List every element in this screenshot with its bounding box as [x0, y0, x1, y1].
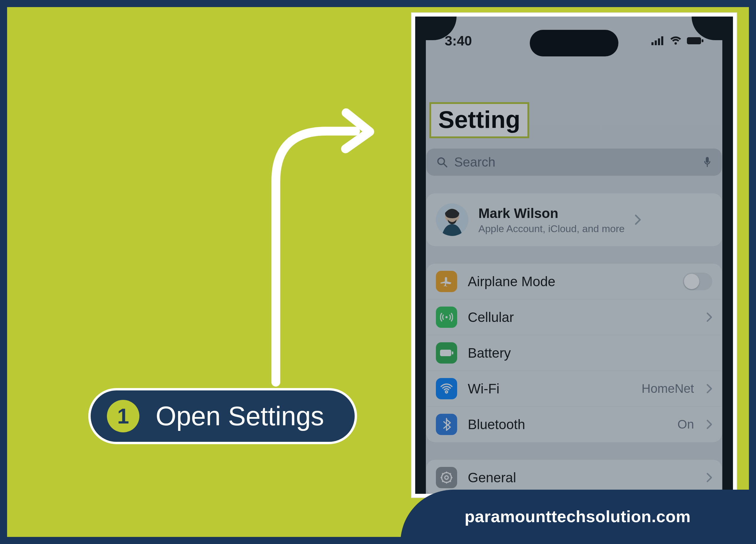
settings-row[interactable]: General — [426, 460, 722, 494]
wifi-icon — [436, 378, 457, 399]
chevron-right-icon — [635, 214, 641, 225]
row-label: Airplane Mode — [468, 273, 672, 289]
profile-text: Mark Wilson Apple Account, iCloud, and m… — [478, 205, 625, 234]
mic-icon[interactable] — [703, 156, 712, 168]
svg-rect-14 — [452, 351, 453, 354]
status-icons — [651, 33, 703, 49]
phone-bezel — [722, 17, 733, 494]
phone-screenshot-container: 3:40 Setting Search — [412, 13, 737, 497]
infographic-frame: 1 Open Settings 3:40 Setting — [0, 0, 756, 544]
row-label: Bluetooth — [468, 416, 667, 432]
settings-screen: Setting Search — [426, 64, 722, 494]
settings-group-general: General — [426, 460, 722, 494]
phone-bezel — [415, 17, 426, 494]
status-bar: 3:40 — [415, 33, 733, 49]
svg-line-24 — [450, 473, 451, 474]
svg-rect-13 — [440, 350, 451, 356]
svg-rect-1 — [655, 40, 657, 45]
row-value: On — [677, 417, 696, 431]
battery-status-icon — [687, 37, 703, 45]
row-label: Battery — [468, 345, 712, 361]
chevron-right-icon — [706, 419, 712, 429]
airplane-icon — [436, 271, 457, 292]
row-label: Cellular — [468, 309, 696, 325]
wifi-status-icon — [670, 36, 682, 45]
profile-card: Mark Wilson Apple Account, iCloud, and m… — [426, 193, 722, 246]
svg-rect-4 — [687, 37, 701, 44]
gear-icon — [436, 467, 457, 488]
step-label: Open Settings — [156, 401, 324, 431]
chevron-right-icon — [706, 312, 712, 322]
cellular-signal-icon — [651, 36, 664, 45]
settings-row[interactable]: BluetoothOn — [426, 406, 722, 442]
svg-line-22 — [450, 481, 451, 482]
svg-rect-2 — [658, 38, 660, 45]
row-label: Wi-Fi — [468, 381, 631, 397]
footer-text: paramounttechsolution.com — [465, 507, 690, 526]
settings-row[interactable]: Battery — [426, 335, 722, 371]
profile-name: Mark Wilson — [478, 205, 625, 221]
phone-screen: 3:40 Setting Search — [415, 17, 733, 494]
search-placeholder: Search — [454, 155, 696, 170]
svg-line-7 — [444, 164, 447, 167]
page-title-highlight: Setting — [429, 102, 529, 138]
profile-row[interactable]: Mark Wilson Apple Account, iCloud, and m… — [426, 193, 722, 246]
svg-rect-0 — [651, 42, 654, 45]
page-title: Setting — [438, 106, 520, 133]
arrow-icon — [258, 105, 382, 388]
bluetooth-icon — [436, 414, 457, 435]
row-label: General — [468, 470, 696, 486]
settings-group-connectivity: Airplane ModeCellularBatteryWi-FiHomeNet… — [426, 264, 722, 442]
profile-subtitle: Apple Account, iCloud, and more — [478, 223, 625, 234]
row-value: HomeNet — [642, 382, 696, 396]
toggle-switch[interactable] — [683, 273, 712, 290]
step-pill: 1 Open Settings — [88, 388, 357, 444]
step-number: 1 — [117, 404, 129, 428]
settings-row[interactable]: Airplane Mode — [426, 264, 722, 299]
svg-point-12 — [445, 316, 447, 318]
svg-point-16 — [445, 476, 448, 479]
step-number-badge: 1 — [107, 400, 139, 432]
settings-row[interactable]: Cellular — [426, 299, 722, 335]
chevron-right-icon — [706, 384, 712, 394]
battery-icon — [436, 342, 457, 364]
svg-rect-3 — [661, 36, 663, 45]
search-icon — [436, 157, 448, 168]
footer-ribbon: paramounttechsolution.com — [400, 490, 755, 543]
svg-line-23 — [442, 481, 443, 482]
svg-rect-8 — [706, 157, 709, 163]
status-time: 3:40 — [445, 33, 472, 49]
svg-rect-5 — [702, 39, 703, 42]
svg-line-21 — [442, 473, 443, 474]
cellular-icon — [436, 307, 457, 328]
avatar — [436, 203, 468, 236]
chevron-right-icon — [706, 473, 712, 483]
settings-row[interactable]: Wi-FiHomeNet — [426, 371, 722, 406]
search-field[interactable]: Search — [426, 149, 722, 176]
